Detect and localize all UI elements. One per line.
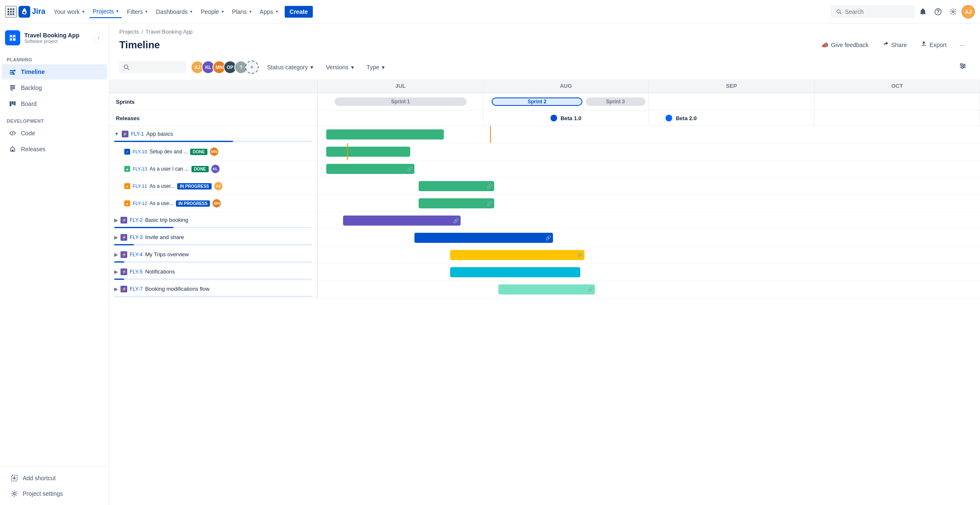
svg-rect-5 — [13, 11, 14, 13]
share-button[interactable]: Share — [877, 38, 912, 51]
epic-fly4-icon: ⚡ — [121, 251, 127, 258]
expand-fly4-icon[interactable]: ▶ — [114, 252, 118, 258]
fly13-gantt-bar[interactable]: 🔗 — [326, 164, 414, 174]
add-avatar-filter[interactable]: + — [245, 60, 259, 74]
expand-fly5-icon[interactable]: ▶ — [114, 269, 118, 275]
search-input[interactable] — [845, 8, 909, 15]
fly5-gantt-bar[interactable] — [450, 267, 580, 277]
add-shortcut-label: Add shortcut — [23, 475, 56, 481]
epic-fly4-label[interactable]: ▶ ⚡ FLY-4 My Trips overview — [109, 248, 317, 261]
sidebar-project-settings[interactable]: Project settings — [3, 486, 105, 501]
sidebar-item-board[interactable]: Board — [2, 96, 107, 111]
task-fly13-icon: ▲ — [124, 166, 130, 172]
filter-search-box[interactable] — [119, 61, 186, 73]
svg-rect-26 — [10, 101, 11, 106]
fly1-gantt-bar[interactable] — [326, 129, 444, 139]
search-box[interactable] — [831, 5, 914, 18]
task-fly11-avatar: AJ — [214, 182, 223, 190]
backlog-icon — [8, 84, 17, 92]
fly4-gantt-bar[interactable]: 🔗 — [450, 250, 584, 260]
svg-rect-34 — [922, 45, 926, 46]
nav-filters[interactable]: Filters ▾ — [123, 6, 151, 18]
epic-fly5-label[interactable]: ▶ ⚡ FLY-5 Notifications — [109, 265, 317, 279]
svg-point-22 — [13, 73, 15, 75]
sprint2-cell: Sprint 2 Sprint 3 — [483, 93, 649, 110]
filter-bar: AJ KL MN OP ? + Status category ▾ Versio… — [109, 56, 980, 79]
svg-point-10 — [23, 11, 25, 13]
svg-rect-23 — [10, 85, 15, 87]
sidebar-item-backlog-label: Backlog — [21, 84, 42, 91]
create-button[interactable]: Create — [285, 6, 313, 18]
epic-fly1-icon: ⚡ — [122, 131, 128, 137]
task-fly12-label[interactable]: ▲ FLY-12 As a use... IN PROGRESS MN — [109, 197, 317, 210]
task-fly13-label[interactable]: ▲ FLY-13 As a user I can ... DONE KL — [109, 162, 317, 176]
task-fly10-label[interactable]: ✓ FLY-10 Setup dev and ... DONE MN — [109, 145, 317, 158]
sidebar-item-releases[interactable]: Releases — [2, 142, 107, 157]
sidebar-item-code[interactable]: Code — [2, 126, 107, 141]
expand-fly3-icon[interactable]: ▶ — [114, 234, 118, 240]
timeline-container[interactable]: JUL AUG SEP OCT Sprints Sprin — [109, 79, 980, 505]
nav-projects[interactable]: Projects ▾ — [89, 5, 122, 18]
epic-fly7-label[interactable]: ▶ ⚡ FLY-7 Booking modifications flow — [109, 282, 317, 296]
fly10-gantt-bar[interactable] — [326, 147, 410, 157]
nav-people[interactable]: People ▾ — [197, 6, 227, 18]
sidebar-item-timeline[interactable]: Timeline — [2, 64, 107, 79]
versions-filter[interactable]: Versions ▾ — [322, 61, 358, 73]
nav-apps[interactable]: Apps ▾ — [257, 6, 281, 18]
type-filter[interactable]: Type ▾ — [362, 61, 389, 73]
sprints-row: Sprints Sprint 1 Sprint 2 Sprint 3 — [109, 93, 980, 110]
epic-fly7-progress — [114, 296, 312, 297]
release-beta1: Beta 1.0 — [483, 113, 648, 123]
releases-icon — [8, 145, 17, 153]
epic-fly5: ▶ ⚡ FLY-5 Notifications — [109, 264, 980, 281]
sidebar-project-header[interactable]: Travel Booking App Software project ‹ — [0, 24, 109, 50]
more-actions-button[interactable]: ··· — [955, 39, 970, 51]
epic-fly3-progress — [114, 244, 312, 245]
nav-logo[interactable]: Jira — [18, 6, 45, 18]
fly12-gantt-bar[interactable]: 🔗 — [419, 198, 494, 208]
month-oct: OCT — [814, 79, 980, 93]
svg-point-21 — [12, 71, 14, 73]
fly11-gantt-bar[interactable]: 🔗 — [419, 181, 494, 191]
share-icon — [882, 41, 889, 49]
sprint3-bar: Sprint 3 — [586, 97, 645, 106]
svg-rect-3 — [8, 11, 9, 13]
svg-point-42 — [962, 67, 963, 68]
nav-your-work[interactable]: Your work ▾ — [50, 6, 88, 18]
sidebar-item-backlog[interactable]: Backlog — [2, 80, 107, 95]
fly2-gantt-bar[interactable]: 🔗 — [343, 216, 461, 226]
breadcrumb-projects-link[interactable]: Projects — [119, 29, 139, 35]
user-avatar[interactable] — [962, 5, 975, 18]
sidebar-add-shortcut[interactable]: Add shortcut — [3, 471, 105, 486]
filter-adjust-button[interactable] — [956, 60, 970, 74]
breadcrumb-project-link[interactable]: Travel Booking App — [146, 29, 193, 35]
export-button[interactable]: Export — [915, 38, 951, 51]
give-feedback-button[interactable]: 📣 Give feedback — [816, 39, 874, 51]
notifications-icon[interactable] — [916, 5, 930, 18]
epic-fly1-label[interactable]: ▼ ⚡ FLY-1 App basics — [109, 127, 317, 141]
epic-fly3-label[interactable]: ▶ ⚡ FLY-3 Invite and share — [109, 231, 317, 244]
epic-fly2-label[interactable]: ▶ ⚡ FLY-2 Basic trip booking — [109, 213, 317, 227]
sprint2-bar: Sprint 2 — [492, 97, 582, 106]
sidebar-collapse-button[interactable]: ‹ — [94, 33, 104, 43]
page-title: Timeline — [119, 39, 160, 51]
task-fly11-label[interactable]: ▲ FLY-11 As a user... IN PROGRESS AJ — [109, 179, 317, 193]
svg-line-12 — [840, 13, 841, 14]
settings-icon[interactable] — [946, 5, 960, 18]
nav-plans[interactable]: Plans ▾ — [229, 6, 255, 18]
expand-fly2-icon[interactable]: ▶ — [114, 217, 118, 223]
fly7-gantt-bar[interactable]: 🔗 — [498, 284, 595, 295]
top-nav: Jira Your work ▾ Projects ▾ Filters ▾ Da… — [0, 0, 980, 24]
app-layout: Travel Booking App Software project ‹ PL… — [0, 24, 980, 505]
expand-fly7-icon[interactable]: ▶ — [114, 286, 118, 292]
svg-point-14 — [938, 13, 938, 14]
nav-dashboards[interactable]: Dashboards ▾ — [152, 6, 196, 18]
epic-fly3: ▶ ⚡ FLY-3 Invite and share — [109, 229, 980, 247]
help-icon[interactable] — [931, 5, 945, 18]
svg-point-15 — [952, 11, 954, 13]
filter-search-input[interactable] — [129, 64, 182, 71]
fly3-gantt-bar[interactable]: 🔗 — [414, 233, 553, 243]
expand-fly1-icon[interactable]: ▼ — [114, 131, 119, 137]
apps-grid-icon[interactable] — [5, 6, 17, 18]
status-category-filter[interactable]: Status category ▾ — [263, 61, 317, 73]
